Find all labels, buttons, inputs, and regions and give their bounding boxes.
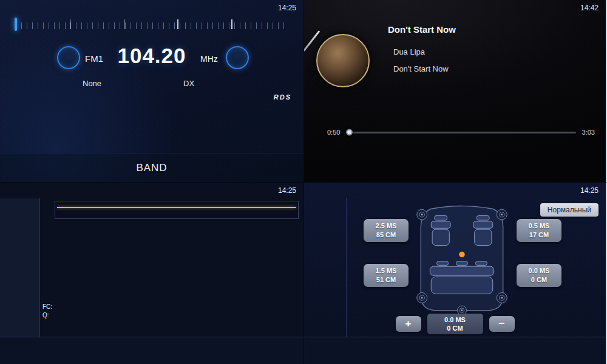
surround-sound-screen: 14:25 Нормальный [304, 182, 607, 364]
seek-bar[interactable] [346, 132, 575, 133]
clock: 14:25 [580, 186, 599, 195]
delay-front-right[interactable]: 0.5 MS 17 CM [517, 219, 561, 242]
tab-labels [0, 337, 304, 350]
album-row: Don't Start Now [388, 64, 449, 73]
delay-ms: 2.5 MS [364, 221, 409, 231]
eq-sliders-row [42, 222, 299, 300]
frequency-ruler[interactable] [16, 19, 285, 41]
car-seating-diagram [411, 202, 513, 316]
listening-position-dot [459, 252, 464, 257]
status-bar: 14:25 [0, 183, 304, 198]
audio-settings-tabbar [304, 337, 606, 364]
delay-cm: 51 CM [364, 275, 409, 285]
eq-sliders [55, 222, 299, 300]
current-frequency: 104.20 [109, 44, 194, 68]
pty-indicator: None [83, 79, 101, 88]
player-toolbar [304, 152, 606, 182]
system-tray: 14:25 [263, 4, 296, 12]
delay-minus-button[interactable]: − [489, 316, 515, 332]
artist-name: Dua Lipa [393, 47, 425, 56]
fc-label: FC: [42, 303, 55, 310]
equalizer-screen: 14:25 FC: Q: [0, 182, 304, 364]
sound-profile-button[interactable]: Нормальный [540, 203, 599, 217]
tab-icons [0, 350, 304, 364]
eq-curve-display [55, 201, 299, 219]
delay-adjuster: + 0.0 MS 0 CM − [396, 314, 515, 334]
ruler-pointer [15, 18, 17, 31]
total-time: 3:03 [582, 129, 595, 136]
speaker-front-right-icon [497, 209, 507, 220]
clock: 14:25 [278, 186, 296, 195]
stylus-arm [304, 30, 320, 52]
progress-knob[interactable] [346, 129, 353, 136]
band-indicator: FM1 [85, 53, 103, 64]
rds-badge: RDS [274, 93, 291, 101]
q-label: Q: [42, 312, 55, 318]
status-bar: 14:42 [304, 0, 606, 16]
tune-up-button[interactable] [226, 46, 249, 69]
system-tray: 14:25 [263, 186, 296, 195]
speaker-rear-left-icon [417, 292, 427, 303]
music-player-screen: 14:42 Don't Start Now Dua Lipa Don't Sta… [304, 0, 607, 182]
album-art [316, 34, 370, 87]
clock: 14:25 [278, 4, 296, 12]
delay-value-display: 0.0 MS 0 CM [427, 314, 483, 334]
delay-rear-left[interactable]: 1.5 MS 51 CM [364, 264, 409, 287]
delay-ms: 0.5 MS [517, 221, 561, 231]
delay-value-cm: 0 CM [447, 324, 463, 332]
delay-ms: 0.0 MS [517, 266, 561, 275]
delay-cm: 0 CM [517, 275, 561, 285]
status-bar: 14:25 [304, 183, 606, 198]
ruler-major-ticks [16, 19, 285, 29]
eq-q-row: Q: [42, 312, 299, 318]
tune-down-button[interactable] [57, 46, 80, 69]
band-button[interactable]: BAND [136, 162, 167, 174]
elapsed-time: 0:50 [327, 129, 340, 136]
listening-mode-list [304, 198, 347, 337]
rear-bench [430, 261, 493, 294]
system-tray: 14:25 [566, 186, 599, 195]
delay-front-left[interactable]: 2.5 MS 85 CM [364, 219, 409, 242]
eq-curve-line [57, 207, 296, 208]
delay-plus-button[interactable]: + [396, 316, 421, 332]
head-unit-multiview: 14:25 FM1 104.20 MHz None DX RDS BAND [0, 0, 607, 364]
delay-cm: 17 CM [517, 231, 561, 240]
album-name: Don't Start Now [393, 64, 449, 73]
eq-scale [42, 222, 55, 300]
frequency-unit: MHz [200, 54, 218, 64]
audio-settings-tabbar [0, 337, 304, 364]
tab-labels [304, 337, 606, 350]
eq-preset-list [0, 198, 40, 337]
radio-toolbar: BAND [0, 153, 304, 182]
radio-screen: 14:25 FM1 104.20 MHz None DX RDS BAND [0, 0, 304, 182]
artist-row: Dua Lipa [388, 47, 425, 56]
track-title: Don't Start Now [388, 24, 456, 35]
eq-panel: FC: Q: [40, 198, 304, 337]
system-tray: 14:42 [566, 4, 599, 12]
eq-fc-row: FC: [42, 303, 299, 310]
status-bar: 14:25 [0, 0, 304, 16]
speaker-rear-right-icon [497, 292, 507, 303]
delay-rear-right[interactable]: 0.0 MS 0 CM [517, 264, 561, 287]
delay-ms: 1.5 MS [364, 266, 409, 275]
dx-indicator: DX [183, 79, 194, 88]
spectrum-visualizer [469, 36, 596, 104]
playback-progress-row: 0:50 3:03 [315, 129, 595, 136]
speaker-front-left-icon [417, 209, 427, 220]
delay-value-ms: 0.0 MS [444, 315, 466, 324]
clock: 14:42 [580, 4, 599, 12]
album-art-disc [316, 34, 370, 87]
delay-cm: 85 CM [364, 231, 409, 240]
tab-icons [304, 350, 606, 364]
